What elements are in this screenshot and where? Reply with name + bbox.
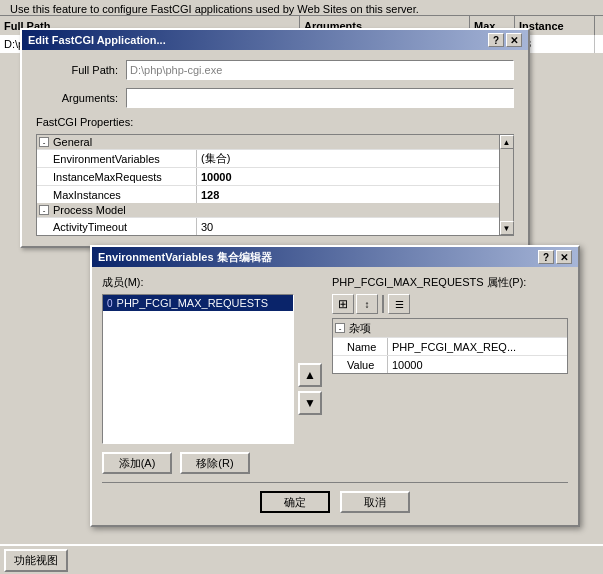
tool-separator xyxy=(382,295,384,313)
tool-btn-1[interactable]: ⊞ xyxy=(332,294,354,314)
activity-timeout-key: ActivityTimeout xyxy=(37,218,197,235)
props-scrollbar[interactable]: ▲ ▼ xyxy=(499,135,513,235)
env-list-index-0: 0 xyxy=(107,298,113,309)
members-label: 成员(M): xyxy=(102,275,322,290)
arguments-row: Arguments: xyxy=(36,88,514,108)
env-prop-grid: - 杂项 Name PHP_FCGI_MAX_REQ... Value 1000… xyxy=(332,318,568,374)
section-process-label: Process Model xyxy=(53,204,126,216)
env-list-with-arrows: 0 PHP_FCGI_MAX_REQUESTS ▲ ▼ xyxy=(102,294,322,444)
env-prop-row-value: Value 10000 xyxy=(333,355,567,373)
full-path-input[interactable] xyxy=(126,60,514,80)
env-ok-cancel-bar: 确定 取消 xyxy=(102,482,568,517)
dialog-edit-close-btn[interactable]: ✕ xyxy=(506,33,522,47)
env-listbox[interactable]: 0 PHP_FCGI_MAX_REQUESTS xyxy=(102,294,294,444)
max-instances-key: MaxInstances xyxy=(37,186,197,203)
env-arrow-down[interactable]: ▼ xyxy=(298,391,322,415)
taskbar-button-label: 功能视图 xyxy=(14,553,58,568)
dialog-edit-help-btn[interactable]: ? xyxy=(488,33,504,47)
page-description: Use this feature to configure FastCGI ap… xyxy=(10,3,419,15)
env-prop-value-val[interactable]: 10000 xyxy=(388,356,567,373)
scroll-down-arrow[interactable]: ▼ xyxy=(500,221,514,235)
props-row-max-instances: MaxInstances 128 xyxy=(37,185,499,203)
env-arrow-up[interactable]: ▲ xyxy=(298,363,322,387)
props-row-activity-timeout: ActivityTimeout 30 xyxy=(37,217,499,235)
env-prop-name-key: Name xyxy=(333,338,388,355)
env-arrows: ▲ ▼ xyxy=(298,294,322,444)
props-row-instance-max: InstanceMaxRequests 10000 xyxy=(37,167,499,185)
env-right-panel: PHP_FCGI_MAX_REQUESTS 属性(P): ⊞ ↕ ☰ - 杂项 … xyxy=(332,275,568,474)
instance-max-val[interactable]: 10000 xyxy=(197,168,499,185)
env-prop-name-val[interactable]: PHP_FCGI_MAX_REQ... xyxy=(388,338,567,355)
remove-button[interactable]: 移除(R) xyxy=(180,452,250,474)
env-two-col: 成员(M): 0 PHP_FCGI_MAX_REQUESTS ▲ ▼ 添加(A) xyxy=(102,275,568,474)
env-prop-value-key: Value xyxy=(333,356,388,373)
section-general-label: General xyxy=(53,136,92,148)
env-list-item-0[interactable]: 0 PHP_FCGI_MAX_REQUESTS xyxy=(103,295,293,311)
dialog-env-title-buttons: ? ✕ xyxy=(538,250,572,264)
env-list-name-0: PHP_FCGI_MAX_REQUESTS xyxy=(117,297,269,309)
env-prop-toolbar: ⊞ ↕ ☰ xyxy=(332,294,568,314)
add-button[interactable]: 添加(A) xyxy=(102,452,172,474)
dialog-env-titlebar: EnvironmentVariables 集合编辑器 ? ✕ xyxy=(92,247,578,267)
arguments-input[interactable] xyxy=(126,88,514,108)
dialog-edit-fastcgi: Edit FastCGI Application... ? ✕ Full Pat… xyxy=(20,28,530,248)
dialog-env-title: EnvironmentVariables 集合编辑器 xyxy=(98,250,272,265)
section-process-model[interactable]: - Process Model xyxy=(37,203,499,217)
env-left-panel: 成员(M): 0 PHP_FCGI_MAX_REQUESTS ▲ ▼ 添加(A) xyxy=(102,275,322,474)
props-row-env-vars: EnvironmentVariables (集合) xyxy=(37,149,499,167)
expand-misc-icon[interactable]: - xyxy=(335,323,345,333)
expand-process-icon[interactable]: - xyxy=(39,205,49,215)
ok-button[interactable]: 确定 xyxy=(260,491,330,513)
dialog-edit-title-buttons: ? ✕ xyxy=(488,33,522,47)
full-path-label: Full Path: xyxy=(36,64,126,76)
taskbar-button[interactable]: 功能视图 xyxy=(4,549,68,572)
dialog-env-body: 成员(M): 0 PHP_FCGI_MAX_REQUESTS ▲ ▼ 添加(A) xyxy=(92,267,578,525)
env-vars-val[interactable]: (集合) xyxy=(197,150,499,167)
scroll-up-arrow[interactable]: ▲ xyxy=(500,135,514,149)
tool-btn-2[interactable]: ↕ xyxy=(356,294,378,314)
dialog-env-close-btn[interactable]: ✕ xyxy=(556,250,572,264)
env-vars-key: EnvironmentVariables xyxy=(37,150,197,167)
fastcgi-props-label: FastCGI Properties: xyxy=(36,116,514,128)
env-prop-section-label: 杂项 xyxy=(349,321,371,336)
dialog-edit-body: Full Path: Arguments: FastCGI Properties… xyxy=(22,50,528,246)
activity-timeout-val[interactable]: 30 xyxy=(197,218,499,235)
tool-btn-3[interactable]: ☰ xyxy=(388,294,410,314)
dialog-env-help-btn[interactable]: ? xyxy=(538,250,554,264)
env-prop-row-name: Name PHP_FCGI_MAX_REQ... xyxy=(333,337,567,355)
env-action-buttons: 添加(A) 移除(R) xyxy=(102,452,322,474)
props-grid: - General EnvironmentVariables (集合) Inst… xyxy=(36,134,514,236)
props-header-label: PHP_FCGI_MAX_REQUESTS 属性(P): xyxy=(332,275,568,290)
instance-max-key: InstanceMaxRequests xyxy=(37,168,197,185)
max-instances-val[interactable]: 128 xyxy=(197,186,499,203)
taskbar: 功能视图 xyxy=(0,544,603,574)
dialog-edit-title: Edit FastCGI Application... xyxy=(28,34,166,46)
cancel-button[interactable]: 取消 xyxy=(340,491,410,513)
arguments-label: Arguments: xyxy=(36,92,126,104)
full-path-row: Full Path: xyxy=(36,60,514,80)
dialog-env-editor: EnvironmentVariables 集合编辑器 ? ✕ 成员(M): 0 … xyxy=(90,245,580,527)
env-prop-section-misc[interactable]: - 杂项 xyxy=(333,319,567,337)
section-general[interactable]: - General xyxy=(37,135,499,149)
dialog-edit-titlebar: Edit FastCGI Application... ? ✕ xyxy=(22,30,528,50)
expand-general-icon[interactable]: - xyxy=(39,137,49,147)
